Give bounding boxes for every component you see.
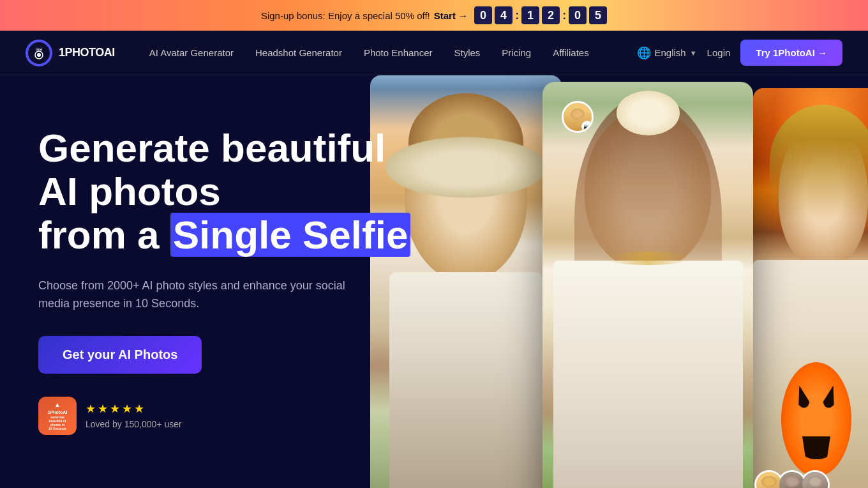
avatars-row	[754, 470, 830, 488]
nav-ai-avatar[interactable]: AI Avatar Generator	[140, 42, 243, 63]
nav-actions: 🌐 English ▼ Login Try 1PhotoAI →	[637, 40, 842, 66]
logo-icon: one	[26, 40, 52, 66]
logo-link[interactable]: one 1PHOTOAI	[26, 40, 115, 66]
social-proof: ▲ 1PhotoAI Generatebeautiful AIphotos in…	[38, 397, 421, 435]
stars: ★ ★ ★ ★ ★	[86, 402, 182, 416]
hero-image-right: 📷	[542, 82, 753, 488]
hero-image-far-right	[753, 88, 868, 488]
nav-pricing[interactable]: Pricing	[493, 42, 540, 63]
star-3: ★	[110, 402, 120, 416]
language-selector[interactable]: 🌐 English ▼	[637, 46, 697, 60]
avatar-circle-main: 📷	[562, 101, 594, 133]
timer-digit-5: 0	[569, 6, 587, 24]
hero-subtitle: Choose from 2000+ AI photo styles and en…	[38, 277, 370, 314]
proof-text: Loved by 150,000+ user	[86, 419, 182, 429]
timer-digit-1: 0	[474, 6, 492, 24]
banner-cta[interactable]: Start →	[434, 10, 468, 21]
nav-links: AI Avatar Generator Headshot Generator P…	[140, 42, 637, 63]
navbar: one 1PHOTOAI AI Avatar Generator Headsho…	[0, 31, 868, 75]
hero-section: Generate beautiful AI photos from a Sing…	[0, 75, 868, 488]
hero-highlight: Single Selfie	[170, 213, 411, 257]
timer-digit-3: 1	[521, 6, 539, 24]
halloween-portrait	[753, 88, 868, 488]
timer-sep-2: :	[562, 9, 566, 22]
timer-sep-1: :	[515, 9, 519, 22]
hero-title-line1: Generate beautiful AI photos	[38, 126, 385, 213]
avatar-ring: 📷	[562, 101, 594, 133]
banner-text: Sign-up bonus: Enjoy a special 50% off!	[261, 10, 430, 21]
try-button[interactable]: Try 1PhotoAI →	[740, 40, 842, 66]
hero-title: Generate beautiful AI photos from a Sing…	[38, 126, 421, 257]
promo-banner: Sign-up bonus: Enjoy a special 50% off! …	[0, 0, 868, 31]
mini-avatar-3	[800, 470, 830, 488]
countdown-timer: 0 4 : 1 2 : 0 5	[474, 6, 607, 24]
timer-digit-2: 4	[495, 6, 513, 24]
get-photos-button[interactable]: Get your AI Photos	[38, 336, 202, 374]
login-button[interactable]: Login	[707, 47, 731, 58]
nav-styles[interactable]: Styles	[445, 42, 490, 63]
hero-content: Generate beautiful AI photos from a Sing…	[38, 126, 421, 435]
logo-text: 1PHOTOAI	[59, 46, 115, 59]
chevron-down-icon: ▼	[690, 49, 697, 57]
timer-digit-4: 2	[542, 6, 560, 24]
star-2: ★	[98, 402, 108, 416]
hero-title-line2: from a Single Selfie	[38, 213, 410, 257]
svg-text:one: one	[36, 47, 43, 51]
svg-point-3	[37, 53, 41, 57]
star-rating: ★ ★ ★ ★ ★ Loved by 150,000+ user	[86, 402, 182, 430]
globe-icon: 🌐	[637, 46, 651, 60]
camera-icon: 📷	[581, 121, 593, 132]
right-portrait	[542, 82, 753, 488]
language-label: English	[655, 47, 686, 58]
star-1: ★	[86, 402, 96, 416]
star-4: ★	[122, 402, 132, 416]
nav-affiliates[interactable]: Affiliates	[544, 42, 597, 63]
nav-photo-enhancer[interactable]: Photo Enhancer	[355, 42, 442, 63]
nav-headshot[interactable]: Headshot Generator	[246, 42, 351, 63]
timer-digit-6: 5	[589, 6, 607, 24]
star-5: ★	[134, 402, 144, 416]
product-hunt-badge[interactable]: ▲ 1PhotoAI Generatebeautiful AIphotos in…	[38, 397, 77, 435]
